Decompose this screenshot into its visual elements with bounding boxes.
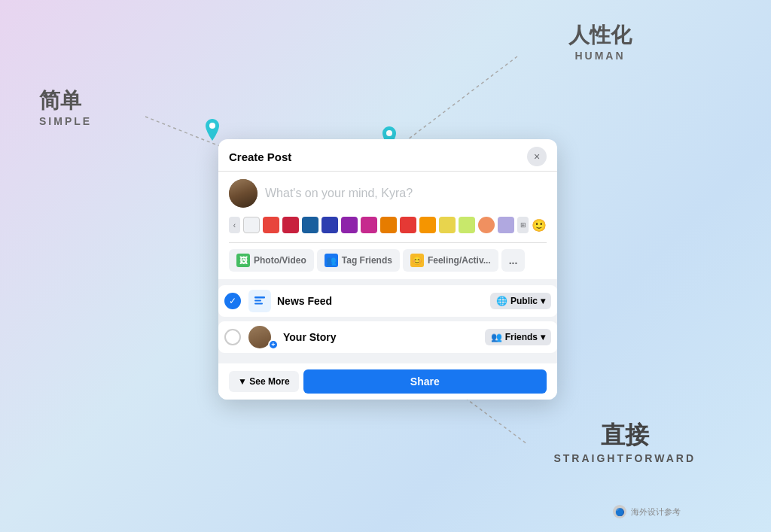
svg-point-3 <box>209 123 215 129</box>
modal-header: Create Post × <box>218 139 557 172</box>
news-feed-radio[interactable] <box>224 293 241 309</box>
share-options: News Feed 🌐 Public ▾ + Your Story 👥 Frie… <box>218 279 557 363</box>
straight-english: STRAIGHTFORWARD <box>553 452 696 464</box>
your-story-label: Your Story <box>283 331 485 343</box>
swatch-peach[interactable] <box>478 217 495 233</box>
tag-friends-button[interactable]: 👥 Tag Friends <box>317 249 400 272</box>
swatch-orange[interactable] <box>380 217 397 233</box>
bottom-row: ▼ See More Share <box>218 363 557 400</box>
feeling-label: Feeling/Activ... <box>428 255 491 266</box>
svg-line-1 <box>398 56 517 147</box>
photo-video-icon: 🖼 <box>236 254 250 267</box>
watermark-icon: 🔵 <box>613 505 626 518</box>
swatches-row: ‹ ⊞ 🙂 <box>229 214 547 236</box>
share-button[interactable]: Share <box>303 369 547 394</box>
human-chinese: 人性化 <box>568 21 632 50</box>
swatch-grid[interactable]: ⊞ <box>517 217 529 233</box>
watermark: 🔵 海外设计参考 <box>613 505 681 518</box>
swatch-brightred[interactable] <box>400 217 416 233</box>
swatch-pink[interactable] <box>361 217 377 233</box>
swatch-lavender[interactable] <box>498 217 514 233</box>
photo-video-button[interactable]: 🖼 Photo/Video <box>229 249 314 272</box>
swatch-darkred[interactable] <box>282 217 299 233</box>
avatar <box>229 179 258 208</box>
chevron-down-icon-story: ▾ <box>541 332 545 342</box>
simple-english: SIMPLE <box>39 115 92 127</box>
swatch-blue[interactable] <box>302 217 318 233</box>
svg-rect-8 <box>254 303 263 305</box>
photo-video-label: Photo/Video <box>254 255 306 266</box>
see-more-button[interactable]: ▼ See More <box>229 371 299 392</box>
your-story-radio[interactable] <box>224 329 241 345</box>
story-plus-icon: + <box>268 339 279 350</box>
swatch-lime[interactable] <box>459 217 475 233</box>
swatch-red[interactable] <box>263 217 279 233</box>
story-avatar-wrapper: + <box>248 326 277 348</box>
action-row: 🖼 Photo/Video 👥 Tag Friends 😊 Feeling/Ac… <box>229 242 547 272</box>
close-button[interactable]: × <box>527 147 547 166</box>
news-feed-label: News Feed <box>277 295 490 307</box>
label-human: 人性化 HUMAN <box>568 21 632 62</box>
label-straightforward: 直接 STRAIGHTFORWARD <box>553 419 696 464</box>
swatch-amber[interactable] <box>419 217 436 233</box>
swatch-darkblue[interactable] <box>322 217 338 233</box>
user-input-row: What's on your mind, Kyra? <box>229 179 547 208</box>
news-feed-icon <box>248 290 271 312</box>
news-feed-audience[interactable]: 🌐 Public ▾ <box>490 293 551 309</box>
svg-point-4 <box>386 130 392 136</box>
straight-chinese: 直接 <box>553 419 696 452</box>
news-feed-row: News Feed 🌐 Public ▾ <box>218 285 557 317</box>
post-placeholder[interactable]: What's on your mind, Kyra? <box>265 187 413 200</box>
feeling-icon: 😊 <box>410 254 424 267</box>
feeling-button[interactable]: 😊 Feeling/Activ... <box>403 249 498 272</box>
swatch-purple[interactable] <box>341 217 358 233</box>
swatch-white[interactable] <box>243 217 260 233</box>
more-actions-button[interactable]: ... <box>501 249 526 272</box>
svg-rect-6 <box>254 296 265 299</box>
human-english: HUMAN <box>568 50 632 62</box>
modal-title: Create Post <box>229 150 291 163</box>
tag-friends-icon: 👥 <box>325 254 338 267</box>
tag-friends-label: Tag Friends <box>342 255 392 266</box>
chevron-down-icon: ▾ <box>541 296 545 306</box>
swatch-yellow[interactable] <box>439 217 456 233</box>
your-story-audience[interactable]: 👥 Friends ▾ <box>485 329 551 345</box>
swatch-prev[interactable]: ‹ <box>229 217 240 233</box>
globe-icon: 🌐 <box>496 296 507 306</box>
simple-chinese: 简单 <box>39 87 92 115</box>
watermark-text: 海外设计参考 <box>631 506 681 518</box>
your-story-row: + Your Story 👥 Friends ▾ <box>218 321 557 353</box>
label-simple: 简单 SIMPLE <box>39 87 92 127</box>
friends-icon: 👥 <box>491 332 502 342</box>
modal-body: What's on your mind, Kyra? ‹ ⊞ <box>218 172 557 272</box>
swatch-emoji[interactable]: 🙂 <box>532 217 547 233</box>
create-post-modal: Create Post × What's on your mind, Kyra?… <box>218 139 557 400</box>
svg-rect-7 <box>254 300 261 302</box>
